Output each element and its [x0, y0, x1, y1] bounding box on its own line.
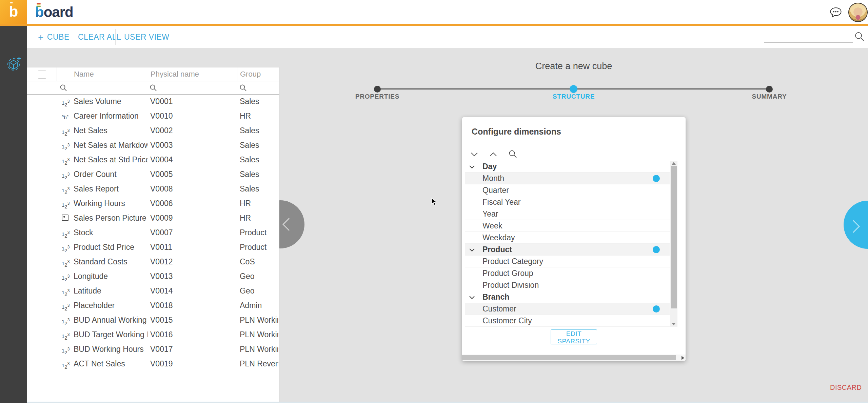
- table-row[interactable]: 123 Working Hours V0006 HR: [27, 196, 279, 211]
- dimension-item-customer[interactable]: Customer: [465, 303, 670, 315]
- edit-sparsity-button[interactable]: EDIT SPARSITY: [551, 329, 597, 344]
- board-b-icon: b: [9, 4, 18, 19]
- board-logo-badge[interactable]: b: [0, 0, 27, 24]
- dimension-item-product-category[interactable]: Product Category: [465, 256, 670, 267]
- dimension-item-year[interactable]: Year: [465, 208, 670, 220]
- dimension-label: Quarter: [482, 184, 509, 196]
- table-row[interactable]: 123 Order Count V0005 Sales: [27, 167, 279, 182]
- chevron-down-icon[interactable]: [469, 296, 475, 299]
- table-row[interactable]: 123 BUD Target Working Hours V0016 PLN W…: [27, 327, 279, 342]
- dimension-item-fiscal-year[interactable]: Fiscal Year: [465, 196, 670, 208]
- dimension-item-product-division[interactable]: Product Division: [465, 279, 670, 291]
- step-dot-summary[interactable]: [766, 86, 773, 93]
- cube-name: BUD Target Working Hours: [74, 327, 147, 342]
- table-row[interactable]: 123 Standard Costs V0012 CoS: [27, 255, 279, 269]
- mouse-cursor: [431, 198, 439, 208]
- next-page-button[interactable]: [844, 201, 868, 249]
- table-row[interactable]: 123 BUD Annual Working Hour: V0015 PLN W…: [27, 313, 279, 327]
- filter-search-icon[interactable]: [150, 84, 157, 93]
- new-cube-icon[interactable]: [5, 55, 22, 74]
- dimension-item-weekday[interactable]: Weekday: [465, 232, 670, 244]
- cube-name: Sales Volume: [74, 94, 147, 109]
- dimension-search-icon[interactable]: [509, 150, 517, 160]
- dimension-group-product[interactable]: Product: [465, 244, 670, 256]
- column-header-physical-name[interactable]: Physical name: [147, 67, 237, 81]
- scroll-up-icon[interactable]: [672, 162, 676, 165]
- table-row[interactable]: 123 Net Sales at Markdown Pric V0003 Sal…: [27, 138, 279, 153]
- numeric-type-icon: 123: [62, 196, 73, 211]
- cube-physical-name: V0017: [150, 342, 235, 357]
- chevron-down-icon[interactable]: [469, 165, 475, 169]
- plus-icon: +: [38, 32, 44, 42]
- left-sidebar: [0, 26, 27, 403]
- horizontal-scrollbar[interactable]: [462, 355, 686, 361]
- discard-button[interactable]: DISCARD: [830, 384, 862, 391]
- accent-divider: [0, 24, 868, 26]
- cube-group: PLN Working H: [240, 327, 278, 342]
- table-row[interactable]: 123 BUD Working Hours V0017 PLN Working …: [27, 342, 279, 357]
- cube-physical-name: V0010: [150, 109, 235, 123]
- column-header-group[interactable]: Group: [237, 67, 279, 81]
- clear-all-button[interactable]: CLEAR ALL: [78, 26, 121, 48]
- filter-search-icon[interactable]: [239, 84, 247, 93]
- numeric-type-icon: 123: [62, 182, 73, 196]
- cube-name: Net Sales at Std Price: [74, 153, 147, 167]
- table-row[interactable]: 123 Sales Volume V0001 Sales: [27, 94, 279, 109]
- table-row[interactable]: 123 Net Sales at Std Price V0004 Sales: [27, 153, 279, 167]
- vertical-scrollbar[interactable]: [670, 161, 677, 327]
- column-header-name[interactable]: Name: [57, 67, 147, 81]
- cube-physical-name: V0014: [150, 284, 235, 298]
- expand-all-icon[interactable]: [489, 152, 497, 158]
- add-cube-button[interactable]: +CUBE: [38, 26, 70, 48]
- cube-name: Career Information: [74, 109, 147, 123]
- cube-group: Admin: [240, 298, 278, 313]
- cube-physical-name: V0002: [150, 123, 235, 138]
- step-label-summary[interactable]: SUMMARY: [725, 93, 813, 100]
- scrollbar-thumb[interactable]: [671, 166, 677, 308]
- table-row[interactable]: 123 Placeholder V0018 Admin: [27, 298, 279, 313]
- table-row[interactable]: abc Career Information V0010 HR: [27, 109, 279, 123]
- user-avatar[interactable]: [848, 3, 868, 22]
- step-label-structure[interactable]: STRUCTURE: [530, 93, 618, 100]
- table-row[interactable]: 123 ACT Net Sales V0019 PLN Revenue: [27, 357, 279, 371]
- dimension-item-week[interactable]: Week: [465, 220, 670, 232]
- table-row[interactable]: 123 Sales Report V0008 Sales: [27, 182, 279, 196]
- table-row[interactable]: 123 Product Std Price V0011 Product: [27, 240, 279, 255]
- chevron-down-icon[interactable]: [469, 248, 475, 252]
- checkbox-column-header: [27, 67, 57, 81]
- step-label-properties[interactable]: PROPERTIES: [333, 93, 421, 100]
- select-all-checkbox[interactable]: [38, 70, 46, 79]
- table-row[interactable]: 123 Longitude V0013 Geo: [27, 269, 279, 284]
- step-dot-properties[interactable]: [374, 86, 381, 93]
- chat-bubble-icon[interactable]: [829, 7, 842, 20]
- search-icon[interactable]: [854, 32, 865, 43]
- dimension-item-customer-city[interactable]: Customer City: [465, 315, 670, 327]
- app-header: b board: [0, 0, 868, 24]
- scroll-down-icon[interactable]: [672, 323, 676, 325]
- dimension-item-month[interactable]: Month: [465, 173, 670, 184]
- dimension-item-quarter[interactable]: Quarter: [465, 184, 670, 196]
- dimension-group-branch[interactable]: Branch: [465, 291, 670, 303]
- cube-physical-name: V0015: [150, 313, 235, 327]
- dialog-divider: [470, 160, 678, 160]
- chevron-right-icon: [852, 219, 861, 234]
- filter-search-icon[interactable]: [60, 84, 67, 93]
- scrollbar-thumb[interactable]: [462, 355, 676, 360]
- dimension-item-product-group[interactable]: Product Group: [465, 267, 670, 279]
- search-input[interactable]: [764, 31, 853, 43]
- dimension-label: Week: [482, 220, 502, 231]
- table-row[interactable]: 123 Net Sales V0002 Sales: [27, 123, 279, 138]
- table-row[interactable]: 123 Stock V0007 Product: [27, 225, 279, 240]
- user-view-button[interactable]: USER VIEW: [124, 26, 170, 48]
- collapse-all-icon[interactable]: [470, 152, 478, 158]
- cube-name: Sales Report: [74, 182, 147, 196]
- cube-name: Product Std Price: [74, 240, 147, 255]
- scroll-right-icon[interactable]: [682, 356, 684, 360]
- table-row[interactable]: 123 Latitude V0014 Geo: [27, 284, 279, 298]
- dimension-group-day[interactable]: Day: [465, 161, 670, 173]
- step-dot-structure[interactable]: [570, 85, 577, 93]
- picture-type-icon: [62, 211, 73, 225]
- table-row[interactable]: Sales Person Picture V0009 HR: [27, 211, 279, 225]
- cube-physical-name: V0016: [150, 327, 235, 342]
- cube-group: Sales: [240, 138, 278, 153]
